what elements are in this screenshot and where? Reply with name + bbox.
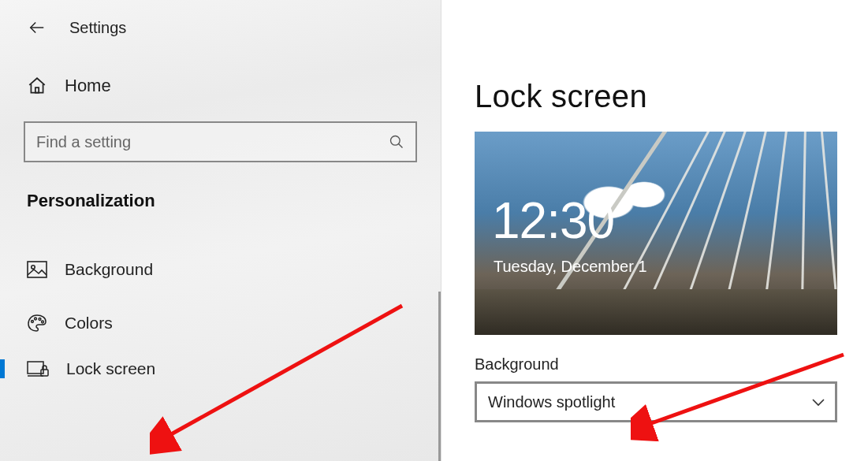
search-box[interactable] [24, 121, 417, 162]
svg-line-3 [399, 144, 403, 148]
lock-screen-preview: 12:30 Tuesday, December 1 [475, 132, 837, 335]
background-dropdown-value: Windows spotlight [488, 393, 615, 411]
svg-point-2 [391, 136, 400, 146]
page-title: Lock screen [475, 79, 840, 114]
search-icon [389, 134, 404, 150]
chevron-down-icon [811, 397, 825, 407]
home-nav[interactable]: Home [0, 55, 441, 117]
sidebar-item-label: Lock screen [66, 359, 155, 378]
back-arrow-icon [28, 19, 46, 36]
picture-icon [27, 261, 47, 278]
preview-date: Tuesday, December 1 [494, 258, 647, 276]
svg-rect-4 [28, 262, 47, 277]
sidebar-scrollbar[interactable] [438, 292, 441, 461]
sidebar-item-lock-screen[interactable]: Lock screen [0, 350, 441, 388]
svg-rect-1 [35, 87, 39, 93]
sidebar: Settings Home Personalization [0, 0, 441, 461]
back-button[interactable] [24, 14, 50, 41]
preview-decor [475, 289, 837, 335]
search-container [24, 121, 417, 162]
preview-time: 12:30 [492, 191, 614, 250]
app-title: Settings [69, 19, 126, 37]
sidebar-item-label: Background [65, 260, 153, 279]
palette-icon [27, 314, 47, 333]
background-dropdown[interactable]: Windows spotlight [475, 381, 837, 422]
sidebar-item-label: Colors [65, 314, 113, 333]
title-bar: Settings [0, 8, 441, 55]
svg-point-7 [35, 318, 37, 320]
section-title: Personalization [27, 191, 441, 211]
search-input[interactable] [36, 133, 389, 151]
sidebar-item-colors[interactable]: Colors [0, 296, 441, 350]
background-field-label: Background [475, 355, 840, 374]
lock-screen-icon [27, 360, 49, 377]
svg-point-6 [32, 321, 34, 323]
home-label: Home [65, 76, 111, 96]
main-content: Lock screen 12:30 Tuesday, December 1 Ba… [441, 0, 868, 461]
svg-point-5 [32, 266, 35, 269]
svg-point-8 [39, 318, 41, 321]
home-icon [27, 76, 47, 96]
sidebar-item-background[interactable]: Background [0, 243, 441, 296]
svg-rect-12 [41, 370, 48, 376]
svg-point-9 [42, 321, 44, 323]
